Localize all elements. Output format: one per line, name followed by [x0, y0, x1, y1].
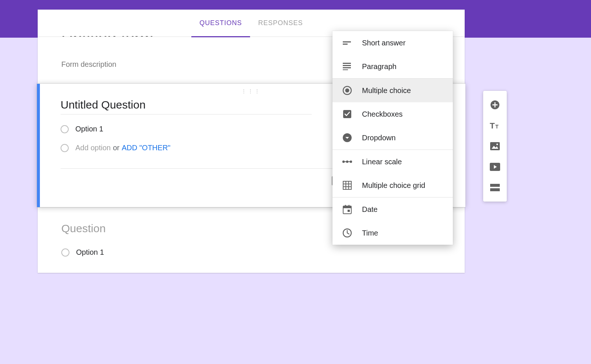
image-icon	[490, 142, 500, 150]
svg-rect-5	[343, 65, 351, 66]
drag-handle-icon[interactable]: ⋮⋮⋮	[241, 88, 261, 94]
type-label: Multiple choice grid	[362, 181, 425, 190]
video-icon	[490, 163, 500, 171]
text-icon: TT	[490, 121, 500, 130]
add-title-button[interactable]: TT	[487, 117, 503, 134]
svg-rect-39	[490, 184, 500, 187]
dropdown-icon	[342, 133, 352, 143]
svg-rect-31	[492, 104, 498, 106]
svg-rect-16	[343, 181, 351, 189]
type-label: Multiple choice	[362, 86, 411, 95]
question-type-menu: Short answer Paragraph Multiple choice C…	[332, 31, 453, 245]
svg-point-13	[342, 161, 345, 163]
add-image-button[interactable]	[487, 138, 503, 154]
type-multiple-choice[interactable]: Multiple choice	[332, 79, 453, 102]
type-label: Time	[362, 229, 378, 237]
type-label: Linear scale	[362, 158, 402, 166]
plus-circle-icon	[490, 100, 500, 110]
option-text[interactable]: Option 1	[75, 125, 103, 133]
svg-text:T: T	[495, 124, 499, 130]
svg-rect-2	[343, 41, 351, 42]
type-time[interactable]: Time	[332, 221, 453, 245]
svg-rect-23	[345, 205, 346, 207]
svg-rect-24	[349, 205, 350, 207]
option-row: Option 1	[61, 248, 441, 257]
type-short-answer[interactable]: Short answer	[332, 31, 453, 55]
svg-rect-34	[490, 142, 500, 150]
svg-rect-25	[348, 210, 350, 212]
svg-point-14	[346, 161, 348, 163]
svg-point-36	[496, 144, 498, 145]
or-text: or	[113, 144, 120, 152]
type-label: Paragraph	[362, 62, 396, 71]
add-option-text[interactable]: Add option	[75, 144, 111, 152]
question-title-static[interactable]	[61, 221, 312, 238]
type-label: Dropdown	[362, 134, 396, 142]
svg-point-9	[345, 89, 349, 93]
svg-rect-6	[343, 67, 351, 68]
side-toolbar: TT	[483, 91, 507, 202]
radio-checked-icon	[342, 85, 352, 96]
type-label: Short answer	[362, 39, 406, 47]
svg-rect-3	[343, 44, 348, 45]
tab-responses[interactable]: RESPONSES	[250, 10, 311, 37]
radio-icon	[61, 144, 69, 152]
paragraph-icon	[342, 61, 352, 72]
clock-icon	[342, 228, 352, 238]
type-label: Date	[362, 205, 378, 214]
question-title-input[interactable]	[61, 97, 312, 114]
add-question-button[interactable]	[487, 97, 503, 113]
section-icon	[490, 184, 500, 191]
checkbox-icon	[342, 109, 352, 119]
type-date[interactable]: Date	[332, 198, 453, 221]
add-other-button[interactable]: ADD "OTHER"	[122, 144, 170, 152]
type-linear-scale[interactable]: Linear scale	[332, 150, 453, 174]
svg-text:T: T	[490, 121, 495, 130]
tab-questions[interactable]: QUESTIONS	[191, 10, 250, 37]
option-text[interactable]: Option 1	[76, 248, 104, 257]
radio-icon	[61, 125, 69, 133]
svg-rect-40	[490, 188, 500, 191]
grid-icon	[342, 180, 352, 190]
short-answer-icon	[342, 38, 352, 48]
add-video-button[interactable]	[487, 159, 503, 175]
radio-icon	[61, 248, 69, 257]
calendar-icon	[342, 204, 352, 214]
svg-line-28	[347, 233, 349, 234]
svg-point-15	[350, 161, 352, 163]
linear-scale-icon	[342, 157, 352, 167]
type-label: Checkboxes	[362, 110, 403, 119]
svg-rect-22	[343, 206, 351, 208]
type-multiple-choice-grid[interactable]: Multiple choice grid	[332, 174, 453, 197]
type-dropdown[interactable]: Dropdown	[332, 126, 453, 150]
svg-rect-7	[343, 69, 348, 70]
add-section-button[interactable]	[487, 179, 503, 196]
type-checkboxes[interactable]: Checkboxes	[332, 102, 453, 126]
svg-rect-4	[343, 63, 351, 64]
type-paragraph[interactable]: Paragraph	[332, 55, 453, 78]
